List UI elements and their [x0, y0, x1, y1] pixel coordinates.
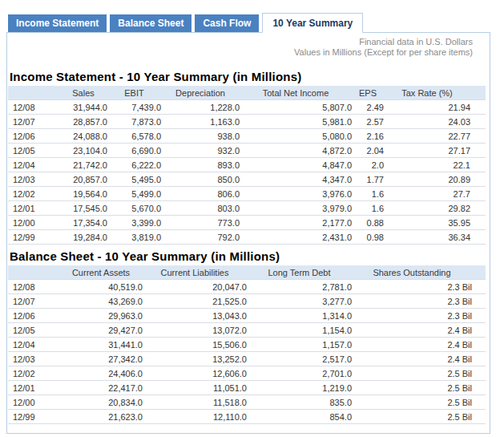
table-row: 12/9919,284.03,819.0792.02,431.00.9836.3…	[8, 230, 486, 245]
table-cell: 2.16	[352, 129, 384, 144]
table-cell: 5,670.0	[107, 201, 161, 216]
table-row: 12/0327,342.013,252.02,517.02.4 Bil	[8, 352, 486, 366]
table-row: 12/0122,417.011,051.01,219.02.5 Bil	[8, 381, 486, 395]
year-cell: 12/99	[8, 230, 59, 245]
table-cell: 21,742.0	[59, 158, 107, 172]
table-cell: 1,219.0	[247, 381, 352, 395]
table-cell: 2.3 Bil	[352, 309, 486, 323]
table-cell: 0.98	[352, 230, 384, 245]
year-cell: 12/06	[8, 309, 59, 323]
year-cell: 12/05	[8, 323, 59, 338]
table-row: 12/9921,623.012,110.0854.02.5 Bil	[8, 410, 486, 424]
table-cell: 31,944.0	[59, 100, 107, 115]
table-cell: 792.0	[161, 230, 240, 245]
table-cell: 29,427.0	[59, 323, 143, 338]
table-cell: 1,154.0	[247, 323, 352, 338]
table-cell: 40,519.0	[59, 280, 143, 294]
table-cell: 4,847.0	[240, 158, 352, 172]
year-cell: 12/03	[8, 352, 59, 366]
tab-10-year-summary[interactable]: 10 Year Summary	[262, 13, 363, 33]
table-cell: 4,347.0	[240, 172, 352, 187]
table-cell: 22.77	[384, 129, 486, 144]
table-cell: 7,873.0	[107, 115, 161, 129]
year-cell: 12/04	[8, 338, 59, 352]
year-cell: 12/07	[8, 115, 59, 129]
table-row: 12/0728,857.07,873.01,163.05,981.02.5724…	[8, 115, 486, 129]
currency-note-line2: Values in Millions (Except for per share…	[7, 47, 473, 58]
year-cell: 12/02	[8, 187, 59, 201]
table-row: 12/0523,104.06,690.0932.04,872.02.0427.1…	[8, 144, 486, 158]
column-header: Current Assets	[59, 265, 143, 280]
year-cell: 12/03	[8, 172, 59, 187]
table-cell: 1.77	[352, 172, 384, 187]
table-row: 12/0840,519.020,047.02,781.02.3 Bil	[8, 280, 486, 294]
tab-bar: Income StatementBalance SheetCash Flow10…	[6, 13, 504, 32]
year-cell: 12/08	[8, 100, 59, 115]
table-cell: 5,499.0	[107, 187, 161, 201]
table-cell: 20,857.0	[59, 172, 107, 187]
table-cell: 2,177.0	[240, 216, 352, 230]
balance-sheet-header: Current AssetsCurrent LiabilitiesLong Te…	[8, 265, 486, 280]
table-cell: 2.5 Bil	[352, 395, 486, 410]
table-cell: 3,819.0	[107, 230, 161, 245]
column-header: EPS	[352, 86, 384, 100]
table-cell: 36.34	[384, 230, 486, 245]
table-cell: 7,439.0	[107, 100, 161, 115]
table-cell: 6,222.0	[107, 158, 161, 172]
table-cell: 27,342.0	[59, 352, 143, 366]
tab-balance-sheet[interactable]: Balance Sheet	[110, 14, 192, 32]
column-header: Depreciation	[161, 86, 240, 100]
table-cell: 21,623.0	[59, 410, 143, 424]
table-row: 12/0831,944.07,439.01,228.05,807.02.4921…	[8, 100, 486, 115]
table-row: 12/0219,564.05,499.0806.03,976.01.627.7	[8, 187, 486, 201]
column-header: Tax Rate (%)	[384, 86, 486, 100]
table-cell: 850.0	[161, 172, 240, 187]
year-cell: 12/99	[8, 410, 59, 424]
table-cell: 3,399.0	[107, 216, 161, 230]
column-header: Shares Outstanding	[352, 265, 486, 280]
balance-sheet-title: Balance Sheet - 10 Year Summary (in Mill…	[10, 249, 490, 263]
table-cell: 11,518.0	[143, 395, 247, 410]
table-cell: 2,701.0	[247, 366, 352, 381]
table-cell: 1.6	[352, 187, 384, 201]
table-cell: 2.5 Bil	[352, 410, 486, 424]
table-cell: 1,163.0	[161, 115, 240, 129]
table-cell: 6,578.0	[107, 129, 161, 144]
table-cell: 22,417.0	[59, 381, 143, 395]
content-panel: Financial data in U.S. Dollars Values in…	[6, 32, 490, 434]
table-row: 12/0743,269.021,525.03,277.02.3 Bil	[8, 294, 486, 309]
table-row: 12/0624,088.06,578.0938.05,080.02.1622.7…	[8, 129, 486, 144]
table-cell: 2,781.0	[247, 280, 352, 294]
tab-cash-flow[interactable]: Cash Flow	[195, 14, 259, 32]
table-row: 12/0117,545.05,670.0803.03,979.01.629.82	[8, 201, 486, 216]
table-cell: 1.6	[352, 201, 384, 216]
income-statement-header: SalesEBITDepreciationTotal Net IncomeEPS…	[8, 86, 486, 100]
table-cell: 1,314.0	[247, 309, 352, 323]
column-header: Long Term Debt	[247, 265, 352, 280]
table-cell: 17,545.0	[59, 201, 107, 216]
table-cell: 23,104.0	[59, 144, 107, 158]
tab-income-statement[interactable]: Income Statement	[8, 14, 107, 32]
table-cell: 15,506.0	[143, 338, 247, 352]
table-cell: 22.1	[384, 158, 486, 172]
table-cell: 17,354.0	[59, 216, 107, 230]
table-cell: 2,517.0	[247, 352, 352, 366]
table-cell: 2.4 Bil	[352, 352, 486, 366]
table-cell: 24,406.0	[59, 366, 143, 381]
table-cell: 6,690.0	[107, 144, 161, 158]
table-cell: 2.04	[352, 144, 384, 158]
table-cell: 21,525.0	[143, 294, 247, 309]
year-cell: 12/01	[8, 201, 59, 216]
table-cell: 806.0	[161, 187, 240, 201]
year-cell: 12/06	[8, 129, 59, 144]
table-cell: 0.88	[352, 216, 384, 230]
table-cell: 2.3 Bil	[352, 280, 486, 294]
column-header: EBIT	[107, 86, 161, 100]
table-row: 12/0421,742.06,222.0893.04,847.02.022.1	[8, 158, 486, 172]
table-cell: 835.0	[247, 395, 352, 410]
year-cell: 12/00	[8, 216, 59, 230]
table-row: 12/0529,427.013,072.01,154.02.4 Bil	[8, 323, 486, 338]
table-cell: 3,277.0	[247, 294, 352, 309]
income-statement-table: SalesEBITDepreciationTotal Net IncomeEPS…	[8, 86, 486, 245]
table-cell: 2.5 Bil	[352, 366, 486, 381]
